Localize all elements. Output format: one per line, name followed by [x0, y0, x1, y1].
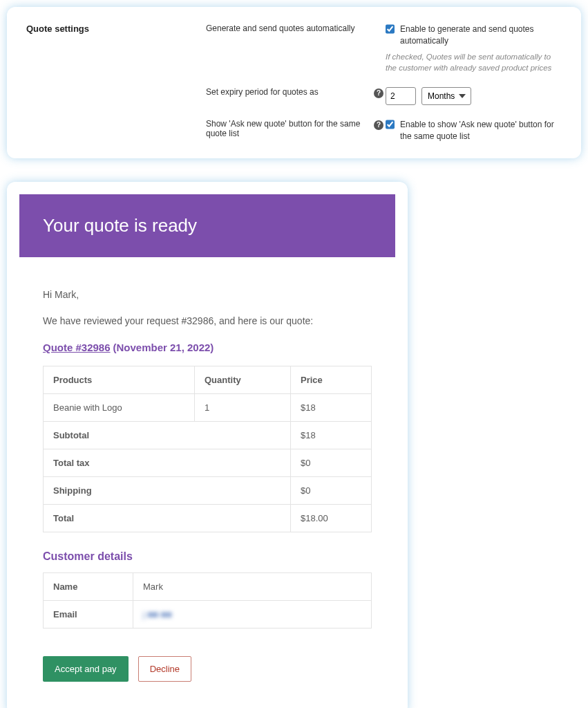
auto-generate-checkbox[interactable]	[386, 24, 395, 34]
item-qty: 1	[195, 394, 291, 422]
quote-items-table: Products Quantity Price Beanie with Logo…	[43, 366, 372, 532]
setting-label-asknew: Show 'Ask new quote' button for the same…	[206, 119, 372, 138]
quote-settings-panel: Quote settings Generate and send quotes …	[7, 7, 581, 158]
table-row: Shipping $0	[44, 477, 372, 505]
total-value: $0	[291, 477, 372, 505]
item-name: Beanie with Logo	[44, 394, 195, 422]
table-row: Email j ■■ ■■	[44, 601, 372, 628]
cust-name-value: Mark	[133, 573, 372, 601]
table-row: Beanie with Logo 1 $18	[44, 394, 372, 422]
ask-new-quote-checkbox-label: Enable to show 'Ask new quote' button fo…	[400, 119, 562, 142]
total-label: Subtotal	[44, 422, 291, 449]
table-row: Subtotal $18	[44, 422, 372, 449]
th-quantity: Quantity	[195, 366, 291, 394]
email-intro: We have reviewed your request #32986, an…	[43, 315, 372, 326]
settings-section-title: Quote settings	[26, 24, 206, 34]
help-icon[interactable]: ?	[374, 88, 383, 98]
cust-name-label: Name	[44, 573, 133, 601]
total-value: $0	[291, 449, 372, 477]
total-label: Shipping	[44, 477, 291, 505]
customer-details-table: Name Mark Email j ■■ ■■	[43, 572, 372, 628]
email-greeting: Hi Mark,	[43, 289, 372, 300]
cust-email-value: j ■■ ■■	[133, 601, 372, 628]
help-icon[interactable]: ?	[374, 120, 383, 130]
quote-email-panel: Your quote is ready Hi Mark, We have rev…	[7, 182, 408, 708]
setting-label-expiry: Set expiry period for quotes as	[206, 87, 372, 97]
total-value: $18	[291, 422, 372, 449]
setting-label-auto: Generate and send quotes automatically	[206, 24, 372, 33]
ask-new-quote-checkbox[interactable]	[386, 120, 395, 129]
total-label: Total	[44, 505, 291, 532]
customer-details-heading: Customer details	[43, 550, 372, 563]
email-header: Your quote is ready	[19, 194, 395, 257]
table-row: Total tax $0	[44, 449, 372, 477]
accept-and-pay-button[interactable]: Accept and pay	[43, 656, 129, 682]
auto-generate-checkbox-label: Enable to generate and send quotes autom…	[400, 24, 562, 47]
total-value: $18.00	[291, 505, 372, 532]
decline-button[interactable]: Decline	[138, 656, 191, 682]
item-price: $18	[291, 394, 372, 422]
th-price: Price	[291, 366, 372, 394]
cust-email-label: Email	[44, 601, 133, 628]
th-products: Products	[44, 366, 195, 394]
quote-date: (November 21, 2022)	[113, 342, 214, 353]
auto-generate-help-text: If checked, Quotes will be sent automati…	[386, 51, 562, 73]
quote-link[interactable]: Quote #32986	[43, 342, 111, 353]
expiry-value-input[interactable]	[386, 87, 416, 105]
table-row: Total $18.00	[44, 505, 372, 532]
total-label: Total tax	[44, 449, 291, 477]
table-row: Name Mark	[44, 573, 372, 601]
expiry-unit-select[interactable]: Months	[421, 87, 471, 105]
